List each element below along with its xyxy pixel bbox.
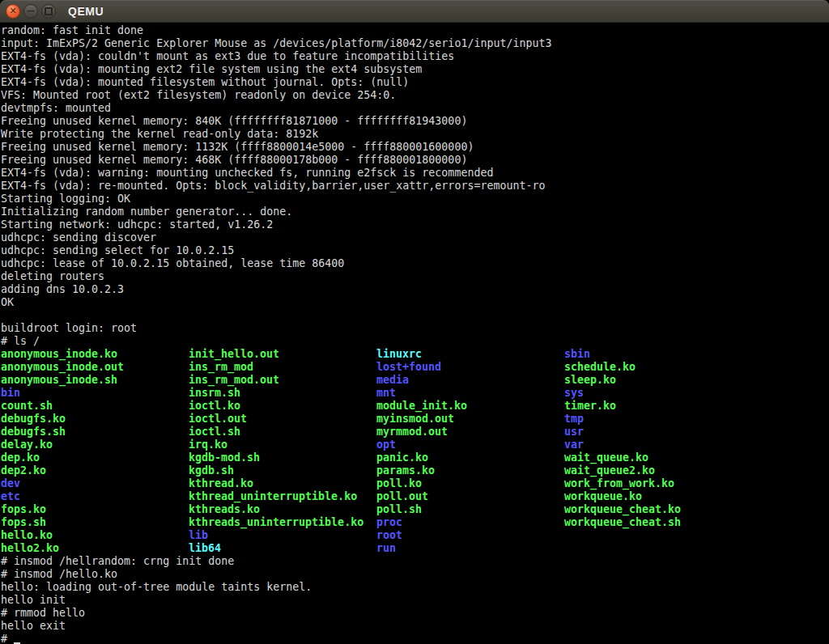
file-entry: run (376, 542, 564, 555)
terminal-text: EXT4-fs (vda): couldn't mount as ext3 du… (1, 50, 454, 62)
terminal-line: Write protecting the kernel read-only da… (1, 128, 829, 141)
file-entry: myinsmod.out (376, 413, 564, 426)
file-entry: count.sh (1, 400, 189, 413)
terminal-text: Starting network: udhcpc: started, v1.26… (1, 218, 273, 231)
file-entry: debugfs.sh (1, 426, 189, 439)
terminal-line: fops.kokthreads.kopoll.shworkqueue_cheat… (1, 503, 829, 516)
minimize-button[interactable]: — (23, 4, 38, 19)
file-entry: root (376, 529, 564, 542)
file-entry: ins_rm_mod (189, 361, 376, 374)
terminal-text: udhcpc: sending discover (1, 231, 156, 244)
file-entry: kthread.ko (189, 477, 376, 490)
file-entry: kgdb-mod.sh (189, 451, 376, 464)
terminal-text: # rmmod hello (1, 607, 85, 619)
terminal-text: # insmod /hello.ko (1, 568, 117, 580)
terminal-text: VFS: Mounted root (ext2 filesystem) read… (1, 89, 396, 101)
terminal-text: # ls / (1, 335, 40, 347)
terminal-line: dep.kokgdb-mod.shpanic.kowait_queue.ko (1, 451, 829, 464)
terminal-line: OK (1, 296, 829, 309)
file-entry: params.ko (376, 464, 564, 477)
terminal-line: Freeing unused kernel memory: 468K (ffff… (1, 154, 829, 167)
terminal-text: hello init (1, 594, 66, 606)
file-entry: lib64 (189, 542, 376, 555)
terminal-line: etckthread_uninterruptible.kopoll.outwor… (1, 490, 829, 503)
terminal-line: anonymous_inode.shins_rm_mod.outmediasle… (1, 374, 829, 387)
terminal-line: Freeing unused kernel memory: 840K (ffff… (1, 115, 829, 128)
terminal-text: adding dns 10.0.2.3 (1, 283, 124, 295)
terminal-line: # insmod /hellrandom: crng init done (1, 555, 829, 568)
file-entry: anonymous_inode.sh (1, 374, 189, 387)
terminal-screen[interactable]: random: fast init doneinput: ImExPS/2 Ge… (0, 23, 829, 644)
file-entry: media (376, 374, 564, 387)
file-entry: var (564, 439, 584, 451)
terminal-line: EXT4-fs (vda): re-mounted. Opts: block_v… (1, 180, 829, 193)
terminal-line: hello init (1, 594, 829, 607)
terminal-text: deleting routers (1, 270, 104, 282)
terminal-line: EXT4-fs (vda): warning: mounting uncheck… (1, 167, 829, 180)
file-entry: lib (189, 529, 376, 542)
terminal-line: Initializing random number generator... … (1, 205, 829, 218)
file-entry: poll.sh (376, 503, 564, 516)
terminal-text: EXT4-fs (vda): warning: mounting uncheck… (1, 167, 493, 179)
close-button[interactable]: ✕ (6, 4, 20, 19)
terminal-line: Starting logging: OK (1, 193, 829, 205)
file-entry: poll.out (376, 490, 564, 503)
terminal-line: # rmmod hello (1, 607, 829, 620)
file-entry: lost+found (376, 361, 564, 374)
file-entry: ioctl.out (189, 413, 376, 426)
terminal-line: # ls / (1, 335, 829, 348)
file-entry: ioctl.sh (189, 426, 376, 439)
file-entry: proc (376, 516, 564, 529)
file-entry: debugfs.ko (1, 413, 189, 426)
file-entry: mnt (376, 387, 564, 400)
terminal-text: EXT4-fs (vda): mounted filesystem withou… (1, 76, 409, 88)
terminal-text: udhcpc: sending select for 10.0.2.15 (1, 244, 234, 256)
maximize-button[interactable] (41, 4, 56, 19)
file-entry: delay.ko (1, 439, 189, 451)
maximize-icon (45, 7, 53, 15)
minimize-icon: — (27, 7, 35, 15)
terminal-text: Write protecting the kernel read-only da… (1, 128, 318, 140)
file-entry: kthreads_uninterruptible.ko (189, 516, 376, 529)
terminal-line: buildroot login: root (1, 322, 829, 335)
titlebar[interactable]: ✕ — QEMU (0, 0, 829, 23)
terminal-line: # (1, 633, 829, 644)
terminal-line: udhcpc: sending select for 10.0.2.15 (1, 244, 829, 257)
terminal-line: random: fast init done (1, 24, 829, 37)
file-entry: sleep.ko (564, 374, 616, 387)
file-entry: etc (1, 490, 189, 503)
terminal-line: deleting routers (1, 270, 829, 283)
file-entry: workqueue.ko (564, 490, 642, 503)
terminal-text: OK (1, 296, 14, 308)
file-entry: poll.ko (376, 477, 564, 490)
file-entry: timer.ko (564, 400, 616, 413)
terminal-line: Freeing unused kernel memory: 1132K (fff… (1, 141, 829, 154)
terminal-line: hello.kolibroot (1, 529, 829, 542)
file-entry: sbin (564, 348, 590, 361)
file-entry: ioctl.ko (189, 400, 376, 413)
file-entry: kthread_uninterruptible.ko (189, 490, 376, 503)
terminal-line: count.shioctl.komodule_init.kotimer.ko (1, 400, 829, 413)
qemu-window: ✕ — QEMU random: fast init doneinput: Im… (0, 0, 829, 644)
terminal-line: udhcpc: sending discover (1, 231, 829, 244)
file-entry: init_hello.out (189, 348, 376, 361)
file-entry: hello2.ko (1, 542, 189, 555)
file-entry: anonymous_inode.ko (1, 348, 189, 361)
terminal-text: Initializing random number generator... … (1, 205, 292, 218)
file-entry: work_from_work.ko (564, 477, 674, 490)
terminal-text: Starting logging: OK (1, 193, 130, 205)
window-controls: ✕ — (6, 4, 56, 19)
file-entry: usr (564, 426, 584, 439)
terminal-text: EXT4-fs (vda): mounting ext2 file system… (1, 63, 422, 75)
terminal-line: anonymous_inode.outins_rm_modlost+founds… (1, 361, 829, 374)
terminal-text: random: fast init done (1, 24, 143, 36)
file-entry: myrmmod.out (376, 426, 564, 439)
terminal-text: hello: loading out-of-tree module taints… (1, 581, 312, 593)
file-entry: bin (1, 387, 189, 400)
file-entry: schedule.ko (564, 361, 636, 374)
file-entry: sys (564, 387, 584, 400)
close-icon: ✕ (9, 6, 16, 15)
file-entry: ins_rm_mod.out (189, 374, 376, 387)
terminal-line: dep2.kokgdb.shparams.kowait_queue2.ko (1, 464, 829, 477)
terminal-line: Starting network: udhcpc: started, v1.26… (1, 218, 829, 231)
